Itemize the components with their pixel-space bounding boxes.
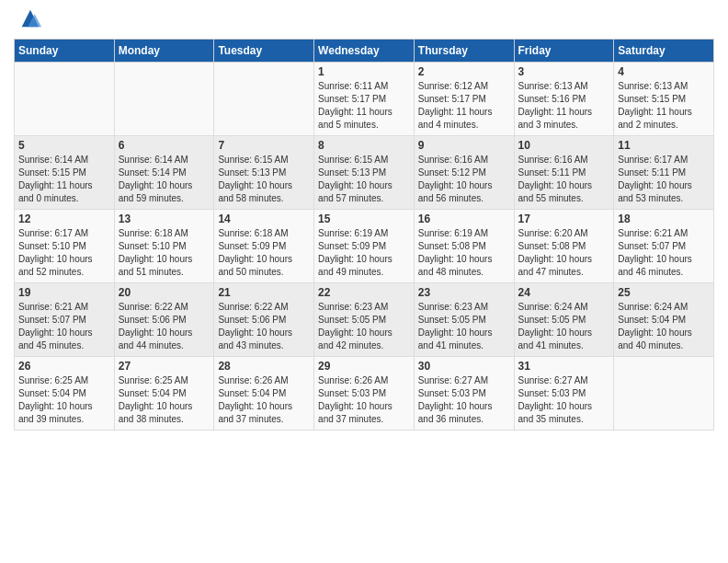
day-number: 12	[18, 213, 110, 225]
day-info: Sunrise: 6:22 AM Sunset: 5:06 PM Dayligh…	[218, 302, 292, 350]
day-cell-19: 19Sunrise: 6:21 AM Sunset: 5:07 PM Dayli…	[15, 283, 115, 357]
day-number: 22	[318, 286, 410, 299]
day-number: 8	[318, 139, 410, 152]
day-cell-23: 23Sunrise: 6:23 AM Sunset: 5:05 PM Dayli…	[414, 283, 514, 357]
day-info: Sunrise: 6:13 AM Sunset: 5:16 PM Dayligh…	[518, 81, 593, 130]
header-saturday: Saturday	[614, 40, 714, 63]
day-number: 31	[518, 360, 610, 373]
week-row-2: 5Sunrise: 6:14 AM Sunset: 5:15 PM Daylig…	[15, 136, 714, 210]
day-cell-7: 7Sunrise: 6:15 AM Sunset: 5:13 PM Daylig…	[214, 136, 314, 210]
day-cell-20: 20Sunrise: 6:22 AM Sunset: 5:06 PM Dayli…	[114, 283, 214, 357]
day-cell-13: 13Sunrise: 6:18 AM Sunset: 5:10 PM Dayli…	[114, 210, 214, 283]
day-cell-15: 15Sunrise: 6:19 AM Sunset: 5:09 PM Dayli…	[314, 210, 415, 283]
day-cell-26: 26Sunrise: 6:25 AM Sunset: 5:04 PM Dayli…	[15, 357, 115, 431]
header-thursday: Thursday	[414, 40, 514, 63]
day-cell-4: 4Sunrise: 6:13 AM Sunset: 5:15 PM Daylig…	[614, 63, 714, 136]
day-number: 28	[218, 360, 310, 373]
header-monday: Monday	[114, 40, 214, 63]
day-info: Sunrise: 6:25 AM Sunset: 5:04 PM Dayligh…	[18, 375, 93, 424]
header-wednesday: Wednesday	[314, 40, 415, 63]
day-info: Sunrise: 6:24 AM Sunset: 5:04 PM Dayligh…	[618, 302, 692, 350]
day-number: 17	[518, 213, 610, 225]
day-number: 24	[518, 286, 610, 299]
day-number: 11	[618, 139, 710, 152]
logo	[14, 15, 43, 31]
empty-cell	[614, 357, 714, 431]
day-info: Sunrise: 6:17 AM Sunset: 5:10 PM Dayligh…	[18, 228, 93, 277]
day-info: Sunrise: 6:21 AM Sunset: 5:07 PM Dayligh…	[618, 228, 692, 277]
day-info: Sunrise: 6:26 AM Sunset: 5:03 PM Dayligh…	[318, 375, 392, 424]
day-number: 4	[618, 65, 710, 78]
week-row-1: 1Sunrise: 6:11 AM Sunset: 5:17 PM Daylig…	[15, 63, 714, 136]
days-header-row: SundayMondayTuesdayWednesdayThursdayFrid…	[15, 40, 714, 63]
day-number: 3	[518, 65, 610, 78]
day-cell-27: 27Sunrise: 6:25 AM Sunset: 5:04 PM Dayli…	[114, 357, 214, 431]
day-cell-25: 25Sunrise: 6:24 AM Sunset: 5:04 PM Dayli…	[614, 283, 714, 357]
day-info: Sunrise: 6:14 AM Sunset: 5:14 PM Dayligh…	[119, 155, 193, 203]
day-number: 29	[318, 360, 410, 373]
page-header	[14, 9, 714, 31]
day-info: Sunrise: 6:22 AM Sunset: 5:06 PM Dayligh…	[119, 302, 193, 350]
day-info: Sunrise: 6:24 AM Sunset: 5:05 PM Dayligh…	[518, 302, 593, 350]
day-number: 7	[218, 139, 310, 152]
day-info: Sunrise: 6:18 AM Sunset: 5:10 PM Dayligh…	[119, 228, 193, 277]
day-cell-12: 12Sunrise: 6:17 AM Sunset: 5:10 PM Dayli…	[15, 210, 115, 283]
day-cell-30: 30Sunrise: 6:27 AM Sunset: 5:03 PM Dayli…	[414, 357, 514, 431]
day-number: 30	[418, 360, 510, 373]
day-info: Sunrise: 6:15 AM Sunset: 5:13 PM Dayligh…	[318, 155, 392, 203]
day-number: 25	[618, 286, 710, 299]
day-info: Sunrise: 6:20 AM Sunset: 5:08 PM Dayligh…	[518, 228, 593, 277]
day-number: 20	[119, 286, 210, 299]
day-number: 21	[218, 286, 310, 299]
day-info: Sunrise: 6:16 AM Sunset: 5:12 PM Dayligh…	[418, 155, 493, 203]
day-number: 23	[418, 286, 510, 299]
day-cell-10: 10Sunrise: 6:16 AM Sunset: 5:11 PM Dayli…	[514, 136, 614, 210]
day-cell-17: 17Sunrise: 6:20 AM Sunset: 5:08 PM Dayli…	[514, 210, 614, 283]
day-number: 13	[119, 213, 210, 225]
day-cell-11: 11Sunrise: 6:17 AM Sunset: 5:11 PM Dayli…	[614, 136, 714, 210]
empty-cell	[15, 63, 115, 136]
day-info: Sunrise: 6:18 AM Sunset: 5:09 PM Dayligh…	[218, 228, 292, 277]
day-info: Sunrise: 6:27 AM Sunset: 5:03 PM Dayligh…	[418, 375, 493, 424]
day-info: Sunrise: 6:19 AM Sunset: 5:09 PM Dayligh…	[318, 228, 392, 277]
day-number: 1	[318, 65, 410, 78]
day-number: 15	[318, 213, 410, 225]
week-row-4: 19Sunrise: 6:21 AM Sunset: 5:07 PM Dayli…	[15, 283, 714, 357]
day-cell-16: 16Sunrise: 6:19 AM Sunset: 5:08 PM Dayli…	[414, 210, 514, 283]
day-cell-1: 1Sunrise: 6:11 AM Sunset: 5:17 PM Daylig…	[314, 63, 415, 136]
day-number: 9	[418, 139, 510, 152]
day-cell-31: 31Sunrise: 6:27 AM Sunset: 5:03 PM Dayli…	[514, 357, 614, 431]
week-row-3: 12Sunrise: 6:17 AM Sunset: 5:10 PM Dayli…	[15, 210, 714, 283]
day-number: 14	[218, 213, 310, 225]
empty-cell	[114, 63, 214, 136]
header-friday: Friday	[514, 40, 614, 63]
header-tuesday: Tuesday	[214, 40, 314, 63]
logo-icon	[17, 6, 43, 31]
day-info: Sunrise: 6:21 AM Sunset: 5:07 PM Dayligh…	[18, 302, 93, 350]
day-cell-21: 21Sunrise: 6:22 AM Sunset: 5:06 PM Dayli…	[214, 283, 314, 357]
day-cell-28: 28Sunrise: 6:26 AM Sunset: 5:04 PM Dayli…	[214, 357, 314, 431]
day-number: 27	[119, 360, 210, 373]
day-number: 2	[418, 65, 510, 78]
day-info: Sunrise: 6:23 AM Sunset: 5:05 PM Dayligh…	[418, 302, 493, 350]
day-cell-29: 29Sunrise: 6:26 AM Sunset: 5:03 PM Dayli…	[314, 357, 415, 431]
day-number: 19	[18, 286, 110, 299]
day-info: Sunrise: 6:19 AM Sunset: 5:08 PM Dayligh…	[418, 228, 493, 277]
day-cell-9: 9Sunrise: 6:16 AM Sunset: 5:12 PM Daylig…	[414, 136, 514, 210]
day-number: 18	[618, 213, 710, 225]
day-info: Sunrise: 6:25 AM Sunset: 5:04 PM Dayligh…	[119, 375, 193, 424]
day-number: 5	[18, 139, 110, 152]
header-sunday: Sunday	[15, 40, 115, 63]
day-cell-22: 22Sunrise: 6:23 AM Sunset: 5:05 PM Dayli…	[314, 283, 415, 357]
day-number: 16	[418, 213, 510, 225]
day-number: 26	[18, 360, 110, 373]
day-cell-8: 8Sunrise: 6:15 AM Sunset: 5:13 PM Daylig…	[314, 136, 415, 210]
day-cell-6: 6Sunrise: 6:14 AM Sunset: 5:14 PM Daylig…	[114, 136, 214, 210]
day-cell-14: 14Sunrise: 6:18 AM Sunset: 5:09 PM Dayli…	[214, 210, 314, 283]
day-info: Sunrise: 6:12 AM Sunset: 5:17 PM Dayligh…	[418, 81, 493, 130]
day-info: Sunrise: 6:16 AM Sunset: 5:11 PM Dayligh…	[518, 155, 593, 203]
empty-cell	[214, 63, 314, 136]
day-number: 6	[119, 139, 210, 152]
day-info: Sunrise: 6:27 AM Sunset: 5:03 PM Dayligh…	[518, 375, 593, 424]
day-info: Sunrise: 6:14 AM Sunset: 5:15 PM Dayligh…	[18, 155, 93, 203]
